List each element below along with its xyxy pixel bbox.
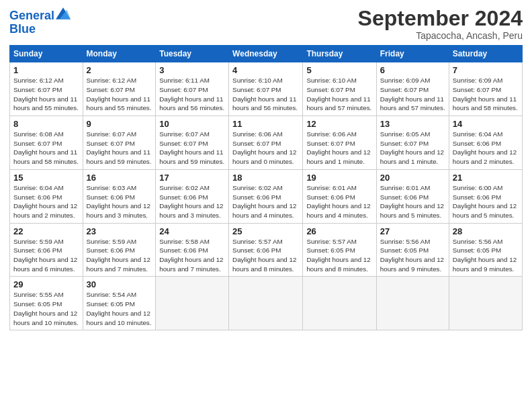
day-number: 22 — [13, 226, 79, 236]
table-row: 29 Sunrise: 5:55 AM Sunset: 6:05 PM Dayl… — [10, 277, 83, 330]
day-detail: Sunrise: 6:12 AM Sunset: 6:07 PM Dayligh… — [87, 76, 152, 113]
table-row: 5 Sunrise: 6:10 AM Sunset: 6:07 PM Dayli… — [303, 62, 376, 116]
day-detail: Sunrise: 5:54 AM Sunset: 6:05 PM Dayligh… — [87, 290, 152, 327]
day-detail: Sunrise: 6:07 AM Sunset: 6:07 PM Dayligh… — [87, 130, 152, 167]
header-sunday: Sunday — [10, 46, 83, 62]
table-row: 7 Sunrise: 6:09 AM Sunset: 6:07 PM Dayli… — [449, 62, 522, 116]
day-number: 14 — [453, 119, 519, 129]
header-tuesday: Tuesday — [156, 46, 229, 62]
day-detail: Sunrise: 6:09 AM Sunset: 6:07 PM Dayligh… — [453, 76, 519, 113]
calendar-week-row: 29 Sunrise: 5:55 AM Sunset: 6:05 PM Dayl… — [10, 277, 523, 330]
day-detail: Sunrise: 5:56 AM Sunset: 6:05 PM Dayligh… — [380, 237, 445, 274]
header-wednesday: Wednesday — [229, 46, 303, 62]
header-monday: Monday — [83, 46, 156, 62]
day-number: 13 — [380, 119, 445, 129]
table-row: 16 Sunrise: 6:03 AM Sunset: 6:06 PM Dayl… — [83, 169, 156, 223]
day-detail: Sunrise: 5:57 AM Sunset: 6:05 PM Dayligh… — [306, 237, 372, 274]
table-row: 14 Sunrise: 6:04 AM Sunset: 6:06 PM Dayl… — [449, 116, 522, 170]
day-number: 1 — [13, 65, 79, 75]
logo-icon — [56, 7, 71, 19]
logo: General Blue — [9, 9, 71, 36]
day-detail: Sunrise: 6:02 AM Sunset: 6:06 PM Dayligh… — [232, 183, 299, 220]
calendar-week-row: 15 Sunrise: 6:04 AM Sunset: 6:06 PM Dayl… — [10, 169, 523, 223]
day-number: 28 — [453, 226, 519, 236]
day-detail: Sunrise: 6:05 AM Sunset: 6:07 PM Dayligh… — [380, 130, 445, 167]
day-number: 16 — [87, 173, 152, 183]
day-number: 7 — [453, 65, 519, 75]
table-row: 4 Sunrise: 6:10 AM Sunset: 6:07 PM Dayli… — [229, 62, 303, 116]
table-row: 8 Sunrise: 6:08 AM Sunset: 6:07 PM Dayli… — [10, 116, 83, 170]
day-detail: Sunrise: 6:09 AM Sunset: 6:07 PM Dayligh… — [380, 76, 445, 113]
day-number: 15 — [13, 173, 79, 183]
day-detail: Sunrise: 6:12 AM Sunset: 6:07 PM Dayligh… — [13, 76, 79, 113]
calendar-week-row: 8 Sunrise: 6:08 AM Sunset: 6:07 PM Dayli… — [10, 116, 523, 170]
month-title: September 2024 — [358, 7, 523, 30]
day-number: 9 — [87, 119, 152, 129]
day-detail: Sunrise: 6:10 AM Sunset: 6:07 PM Dayligh… — [232, 76, 299, 113]
day-number: 11 — [232, 119, 299, 129]
table-row: 12 Sunrise: 6:06 AM Sunset: 6:07 PM Dayl… — [303, 116, 376, 170]
table-row — [303, 277, 376, 330]
table-row — [449, 277, 522, 330]
day-detail: Sunrise: 5:57 AM Sunset: 6:06 PM Dayligh… — [232, 237, 299, 274]
table-row: 6 Sunrise: 6:09 AM Sunset: 6:07 PM Dayli… — [376, 62, 449, 116]
day-number: 27 — [380, 226, 445, 236]
calendar-table: Sunday Monday Tuesday Wednesday Thursday… — [9, 45, 523, 330]
day-number: 25 — [232, 226, 299, 236]
day-detail: Sunrise: 6:06 AM Sunset: 6:07 PM Dayligh… — [232, 130, 299, 167]
day-number: 6 — [380, 65, 445, 75]
logo-text2: Blue — [9, 23, 71, 36]
day-detail: Sunrise: 6:07 AM Sunset: 6:07 PM Dayligh… — [159, 130, 225, 167]
day-number: 5 — [306, 65, 372, 75]
table-row: 26 Sunrise: 5:57 AM Sunset: 6:05 PM Dayl… — [303, 223, 376, 277]
day-detail: Sunrise: 5:58 AM Sunset: 6:06 PM Dayligh… — [159, 237, 225, 274]
day-number: 24 — [159, 226, 225, 236]
location-subtitle: Tapacocha, Ancash, Peru — [358, 30, 523, 41]
day-number: 4 — [232, 65, 299, 75]
header: General Blue September 2024 Tapacocha, A… — [9, 7, 523, 41]
day-number: 17 — [159, 173, 225, 183]
logo-text: General — [9, 9, 54, 23]
table-row: 11 Sunrise: 6:06 AM Sunset: 6:07 PM Dayl… — [229, 116, 303, 170]
day-detail: Sunrise: 5:56 AM Sunset: 6:05 PM Dayligh… — [453, 237, 519, 274]
header-friday: Friday — [376, 46, 449, 62]
day-number: 29 — [13, 279, 79, 289]
day-number: 10 — [159, 119, 225, 129]
table-row: 25 Sunrise: 5:57 AM Sunset: 6:06 PM Dayl… — [229, 223, 303, 277]
calendar-header-row: Sunday Monday Tuesday Wednesday Thursday… — [10, 46, 523, 62]
table-row: 27 Sunrise: 5:56 AM Sunset: 6:05 PM Dayl… — [376, 223, 449, 277]
day-detail: Sunrise: 6:03 AM Sunset: 6:06 PM Dayligh… — [87, 183, 152, 220]
table-row: 10 Sunrise: 6:07 AM Sunset: 6:07 PM Dayl… — [156, 116, 229, 170]
table-row: 18 Sunrise: 6:02 AM Sunset: 6:06 PM Dayl… — [229, 169, 303, 223]
day-detail: Sunrise: 6:10 AM Sunset: 6:07 PM Dayligh… — [306, 76, 372, 113]
table-row: 9 Sunrise: 6:07 AM Sunset: 6:07 PM Dayli… — [83, 116, 156, 170]
table-row — [376, 277, 449, 330]
day-number: 20 — [380, 173, 445, 183]
day-detail: Sunrise: 5:55 AM Sunset: 6:05 PM Dayligh… — [13, 290, 79, 327]
table-row — [229, 277, 303, 330]
day-number: 30 — [87, 279, 152, 289]
calendar-week-row: 22 Sunrise: 5:59 AM Sunset: 6:06 PM Dayl… — [10, 223, 523, 277]
header-saturday: Saturday — [449, 46, 522, 62]
table-row: 1 Sunrise: 6:12 AM Sunset: 6:07 PM Dayli… — [10, 62, 83, 116]
day-number: 19 — [306, 173, 372, 183]
table-row: 28 Sunrise: 5:56 AM Sunset: 6:05 PM Dayl… — [449, 223, 522, 277]
day-detail: Sunrise: 6:08 AM Sunset: 6:07 PM Dayligh… — [13, 130, 79, 167]
day-number: 23 — [87, 226, 152, 236]
day-detail: Sunrise: 6:01 AM Sunset: 6:06 PM Dayligh… — [380, 183, 445, 220]
day-detail: Sunrise: 6:00 AM Sunset: 6:06 PM Dayligh… — [453, 183, 519, 220]
table-row: 24 Sunrise: 5:58 AM Sunset: 6:06 PM Dayl… — [156, 223, 229, 277]
table-row: 20 Sunrise: 6:01 AM Sunset: 6:06 PM Dayl… — [376, 169, 449, 223]
table-row: 22 Sunrise: 5:59 AM Sunset: 6:06 PM Dayl… — [10, 223, 83, 277]
day-detail: Sunrise: 5:59 AM Sunset: 6:06 PM Dayligh… — [87, 237, 152, 274]
day-number: 8 — [13, 119, 79, 129]
header-thursday: Thursday — [303, 46, 376, 62]
table-row: 23 Sunrise: 5:59 AM Sunset: 6:06 PM Dayl… — [83, 223, 156, 277]
day-number: 21 — [453, 173, 519, 183]
day-number: 12 — [306, 119, 372, 129]
table-row: 30 Sunrise: 5:54 AM Sunset: 6:05 PM Dayl… — [83, 277, 156, 330]
day-number: 26 — [306, 226, 372, 236]
title-block: September 2024 Tapacocha, Ancash, Peru — [358, 7, 523, 41]
day-detail: Sunrise: 6:11 AM Sunset: 6:07 PM Dayligh… — [159, 76, 225, 113]
day-detail: Sunrise: 6:06 AM Sunset: 6:07 PM Dayligh… — [306, 130, 372, 167]
